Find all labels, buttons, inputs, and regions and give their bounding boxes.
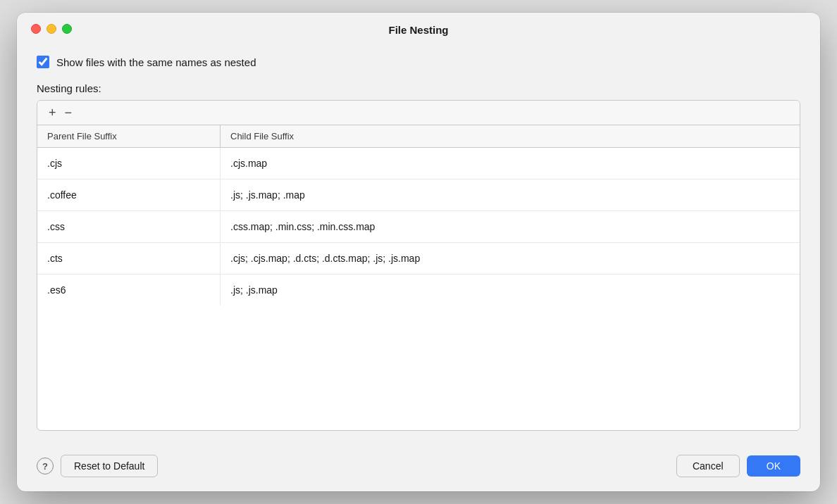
cancel-button[interactable]: Cancel <box>676 455 740 477</box>
table-header: Parent File Suffix Child File Suffix <box>37 125 800 148</box>
parent-cell-2: .css <box>37 211 221 242</box>
reset-button[interactable]: Reset to Default <box>61 455 158 477</box>
footer-right: Cancel OK <box>676 455 800 477</box>
show-nested-label: Show files with the same names as nested <box>56 56 256 68</box>
child-cell-4: .js; .js.map <box>221 275 800 305</box>
dialog-footer: ? Reset to Default Cancel OK <box>17 445 820 491</box>
show-nested-checkbox[interactable] <box>37 56 49 68</box>
close-button[interactable] <box>31 24 41 34</box>
table-row: .es6 .js; .js.map <box>37 275 800 305</box>
remove-rule-button[interactable]: − <box>61 105 77 120</box>
table-body: .cjs .cjs.map .coffee .js; .js.map; .map… <box>37 148 800 430</box>
maximize-button[interactable] <box>62 24 72 34</box>
dialog-body: Show files with the same names as nested… <box>17 43 820 445</box>
child-suffix-header: Child File Suffix <box>221 125 800 147</box>
child-cell-0: .cjs.map <box>221 148 800 179</box>
parent-cell-1: .coffee <box>37 179 221 210</box>
child-cell-1: .js; .js.map; .map <box>221 179 800 210</box>
nesting-rules-table: + − Parent File Suffix Child File Suffix… <box>37 100 800 431</box>
add-rule-button[interactable]: + <box>44 105 61 120</box>
table-row: .cjs .cjs.map <box>37 148 800 179</box>
table-row: .css .css.map; .min.css; .min.css.map <box>37 211 800 243</box>
help-button[interactable]: ? <box>37 458 54 474</box>
title-bar: File Nesting <box>17 13 820 43</box>
parent-cell-3: .cts <box>37 243 221 274</box>
child-cell-3: .cjs; .cjs.map; .d.cts; .d.cts.map; .js;… <box>221 243 800 274</box>
table-row: .cts .cjs; .cjs.map; .d.cts; .d.cts.map;… <box>37 243 800 275</box>
window-controls <box>31 24 72 34</box>
show-nested-row: Show files with the same names as nested <box>37 56 800 68</box>
table-toolbar: + − <box>37 101 800 125</box>
dialog-title: File Nesting <box>388 24 448 36</box>
parent-suffix-header: Parent File Suffix <box>37 125 221 147</box>
minimize-button[interactable] <box>46 24 56 34</box>
child-cell-2: .css.map; .min.css; .min.css.map <box>221 211 800 242</box>
file-nesting-dialog: File Nesting Show files with the same na… <box>17 13 820 491</box>
footer-left: ? Reset to Default <box>37 455 158 477</box>
nesting-rules-label: Nesting rules: <box>37 82 800 94</box>
table-row: .coffee .js; .js.map; .map <box>37 179 800 211</box>
parent-cell-0: .cjs <box>37 148 221 179</box>
ok-button[interactable]: OK <box>747 455 800 477</box>
parent-cell-4: .es6 <box>37 275 221 305</box>
